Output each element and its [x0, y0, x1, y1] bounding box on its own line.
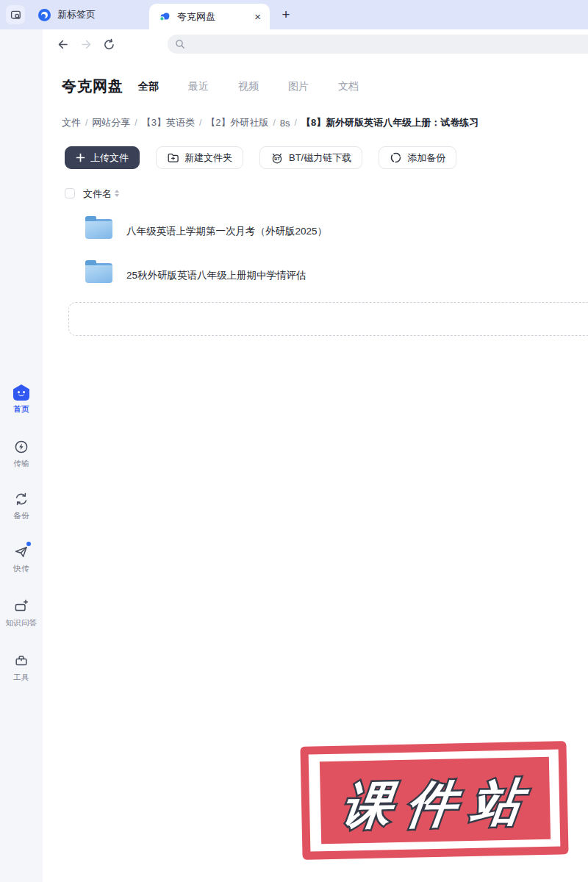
- sidebar-item-tools[interactable]: 工具: [0, 653, 43, 683]
- file-row-name[interactable]: 八年级英语上学期第一次月考（外研版2025）: [126, 225, 327, 238]
- add-backup-button[interactable]: 添加备份: [379, 146, 456, 169]
- back-icon[interactable]: [56, 37, 70, 51]
- breadcrumb-separator: /: [273, 118, 276, 128]
- sidebar-item-label: 快传: [0, 564, 43, 574]
- address-input[interactable]: [185, 38, 588, 50]
- address-bar[interactable]: [168, 35, 588, 54]
- sidebar-item-knowledge-qa[interactable]: 知识问答: [0, 598, 43, 628]
- tab-images[interactable]: 图片: [288, 80, 309, 93]
- search-icon: [175, 39, 185, 49]
- sidebar-item-backup[interactable]: 备份: [0, 491, 43, 521]
- breadcrumb-separator: /: [135, 118, 137, 128]
- home-smile-icon: [13, 384, 29, 401]
- tab-close-icon[interactable]: ×: [254, 11, 261, 22]
- tab-search-button[interactable]: [6, 5, 25, 24]
- sidebar-item-home[interactable]: 首页: [0, 384, 43, 415]
- sidebar-item-quick-send[interactable]: 快传: [0, 544, 43, 574]
- app-sidebar: 首页 传输 备份 快传: [0, 29, 43, 882]
- breadcrumb-separator: /: [199, 118, 201, 128]
- file-row-name[interactable]: 25秋外研版英语八年级上册期中学情评估: [126, 269, 306, 282]
- quark-cloud-icon: [158, 10, 171, 23]
- quark-logo-icon: [38, 9, 51, 21]
- breadcrumb-current: 【8】新外研版英语八年级上册：试卷练习: [301, 116, 478, 129]
- new-tab-button[interactable]: +: [277, 6, 295, 24]
- breadcrumb-item[interactable]: 8s: [280, 118, 290, 129]
- tab-label: 夸克网盘: [177, 10, 248, 24]
- tab-videos[interactable]: 视频: [238, 80, 259, 93]
- sidebar-item-label: 工具: [0, 673, 43, 683]
- select-all-checkbox[interactable]: [65, 188, 75, 198]
- sync-arrows-icon: [13, 491, 29, 507]
- tab-search-icon: [10, 10, 21, 21]
- new-folder-button[interactable]: 新建文件夹: [156, 146, 243, 169]
- new-folder-label: 新建文件夹: [184, 151, 232, 165]
- empty-dropzone: [68, 302, 588, 336]
- breadcrumb: 文件 / 网站分享 / 【3】英语类 / 【2】外研社版 / 8s / 【8】新…: [62, 116, 478, 129]
- filter-tabs: 全部 最近 视频 图片 文档: [138, 80, 359, 93]
- tab-docs[interactable]: 文档: [338, 80, 359, 93]
- bt-icon-label: BT: [274, 157, 280, 161]
- bt-robot-icon: BT: [270, 151, 284, 165]
- breadcrumb-separator: /: [85, 118, 87, 128]
- sidebar-item-label: 首页: [0, 404, 43, 415]
- browser-tab-newtab[interactable]: 新标签页: [32, 0, 101, 29]
- sidebar-item-label: 传输: [0, 459, 43, 469]
- column-header-filename[interactable]: 文件名: [83, 187, 112, 201]
- refresh-icon[interactable]: [102, 37, 116, 51]
- toolbox-icon: [13, 653, 29, 669]
- page-title: 夸克网盘: [62, 76, 123, 96]
- folder-plus-icon: [167, 151, 179, 164]
- browser-tab-bar: 新标签页 夸克网盘 × +: [0, 0, 588, 29]
- breadcrumb-item[interactable]: 网站分享: [92, 116, 130, 129]
- browser-tab-quark-drive[interactable]: 夸克网盘 ×: [149, 4, 270, 29]
- breadcrumb-item[interactable]: 【3】英语类: [142, 116, 195, 129]
- transfer-bolt-icon: [13, 439, 29, 455]
- sort-icon[interactable]: [115, 190, 119, 197]
- backup-circle-icon: [390, 151, 402, 164]
- folder-icon[interactable]: [85, 260, 112, 283]
- sidebar-item-label: 知识问答: [0, 618, 43, 628]
- forward-icon[interactable]: [79, 37, 93, 51]
- notification-badge: [26, 542, 31, 546]
- add-backup-label: 添加备份: [407, 151, 445, 165]
- sidebar-item-transfer[interactable]: 传输: [0, 439, 43, 469]
- stamp-body: 课件站: [320, 757, 551, 845]
- bt-magnet-download-label: BT/磁力链下载: [289, 151, 351, 165]
- folder-icon[interactable]: [85, 216, 112, 239]
- tab-recent[interactable]: 最近: [188, 80, 209, 93]
- action-toolbar: 上传文件 新建文件夹 BT BT/磁力链下载 添加备份: [65, 146, 456, 169]
- upload-file-label: 上传文件: [90, 151, 129, 165]
- watermark-stamp: 课件站: [300, 741, 568, 860]
- sidebar-item-label: 备份: [0, 511, 43, 521]
- tab-label: 新标签页: [57, 8, 96, 21]
- tab-all[interactable]: 全部: [138, 80, 159, 93]
- watermark-text: 课件站: [339, 773, 539, 833]
- plus-icon: [76, 153, 85, 162]
- breadcrumb-item[interactable]: 【2】外研社版: [206, 116, 268, 129]
- breadcrumb-separator: /: [295, 118, 297, 128]
- bt-magnet-download-button[interactable]: BT BT/磁力链下载: [259, 146, 362, 169]
- box-plus-icon: [13, 598, 29, 614]
- breadcrumb-item[interactable]: 文件: [62, 116, 81, 129]
- upload-file-button[interactable]: 上传文件: [65, 146, 140, 169]
- paper-plane-icon: [13, 544, 29, 560]
